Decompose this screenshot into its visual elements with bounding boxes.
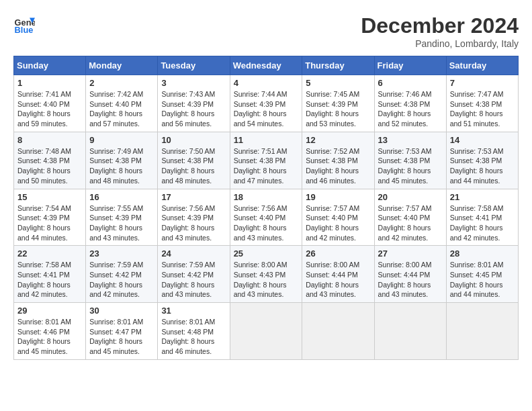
- calendar-cell: 25 Sunrise: 8:00 AM Sunset: 4:43 PM Dayl…: [230, 246, 302, 303]
- day-number: 10: [161, 135, 226, 145]
- svg-text:Blue: Blue: [15, 25, 34, 35]
- calendar-cell: 27 Sunrise: 8:00 AM Sunset: 4:44 PM Dayl…: [374, 246, 446, 303]
- day-number: 21: [450, 192, 515, 202]
- day-number: 18: [234, 192, 299, 202]
- calendar-cell: [302, 303, 374, 360]
- calendar-cell: 12 Sunrise: 7:52 AM Sunset: 4:38 PM Dayl…: [302, 132, 374, 189]
- month-title: December 2024: [361, 13, 519, 38]
- cell-info: Sunrise: 7:46 AM Sunset: 4:38 PM Dayligh…: [378, 89, 443, 129]
- day-number: 26: [306, 248, 370, 259]
- calendar-cell: 21 Sunrise: 7:58 AM Sunset: 4:41 PM Dayl…: [446, 189, 518, 246]
- calendar-table: Sunday Monday Tuesday Wednesday Thursday…: [13, 56, 519, 360]
- calendar-cell: 26 Sunrise: 8:00 AM Sunset: 4:44 PM Dayl…: [302, 246, 374, 303]
- cell-info: Sunrise: 7:58 AM Sunset: 4:41 PM Dayligh…: [450, 203, 515, 243]
- cell-info: Sunrise: 7:59 AM Sunset: 4:42 PM Dayligh…: [89, 260, 154, 300]
- calendar-cell: 6 Sunrise: 7:46 AM Sunset: 4:38 PM Dayli…: [374, 75, 446, 132]
- calendar-cell: 23 Sunrise: 7:59 AM Sunset: 4:42 PM Dayl…: [86, 246, 158, 303]
- day-number: 27: [378, 248, 443, 259]
- day-number: 30: [89, 306, 154, 316]
- day-number: 23: [89, 248, 154, 259]
- cell-info: Sunrise: 8:01 AM Sunset: 4:45 PM Dayligh…: [450, 260, 515, 300]
- logo-icon: General Blue: [13, 13, 35, 35]
- cell-info: Sunrise: 7:56 AM Sunset: 4:40 PM Dayligh…: [234, 203, 299, 243]
- calendar-cell: 3 Sunrise: 7:43 AM Sunset: 4:39 PM Dayli…: [158, 75, 230, 132]
- calendar-cell: 2 Sunrise: 7:42 AM Sunset: 4:40 PM Dayli…: [86, 75, 158, 132]
- day-number: 2: [89, 78, 154, 88]
- calendar-cell: 10 Sunrise: 7:50 AM Sunset: 4:38 PM Dayl…: [158, 132, 230, 189]
- day-number: 3: [161, 78, 226, 88]
- col-monday: Monday: [86, 56, 158, 75]
- cell-info: Sunrise: 7:53 AM Sunset: 4:38 PM Dayligh…: [378, 146, 443, 186]
- day-number: 19: [306, 192, 370, 202]
- cell-info: Sunrise: 7:43 AM Sunset: 4:39 PM Dayligh…: [161, 89, 226, 129]
- cell-info: Sunrise: 7:47 AM Sunset: 4:38 PM Dayligh…: [450, 89, 515, 129]
- calendar-cell: 28 Sunrise: 8:01 AM Sunset: 4:45 PM Dayl…: [446, 246, 518, 303]
- col-wednesday: Wednesday: [230, 56, 302, 75]
- day-number: 7: [450, 78, 515, 88]
- day-number: 16: [89, 192, 154, 202]
- day-number: 24: [161, 248, 226, 259]
- day-number: 1: [17, 78, 82, 88]
- calendar-cell: 13 Sunrise: 7:53 AM Sunset: 4:38 PM Dayl…: [374, 132, 446, 189]
- day-number: 5: [306, 78, 370, 88]
- calendar-week-2: 8 Sunrise: 7:48 AM Sunset: 4:38 PM Dayli…: [14, 132, 519, 189]
- calendar-cell: 29 Sunrise: 8:01 AM Sunset: 4:46 PM Dayl…: [14, 303, 86, 360]
- calendar-cell: 7 Sunrise: 7:47 AM Sunset: 4:38 PM Dayli…: [446, 75, 518, 132]
- cell-info: Sunrise: 7:54 AM Sunset: 4:39 PM Dayligh…: [17, 203, 82, 243]
- day-number: 31: [161, 306, 226, 316]
- calendar-cell: 22 Sunrise: 7:58 AM Sunset: 4:41 PM Dayl…: [14, 246, 86, 303]
- cell-info: Sunrise: 7:49 AM Sunset: 4:38 PM Dayligh…: [89, 146, 154, 186]
- calendar-week-1: 1 Sunrise: 7:41 AM Sunset: 4:40 PM Dayli…: [14, 75, 519, 132]
- cell-info: Sunrise: 8:00 AM Sunset: 4:44 PM Dayligh…: [306, 260, 370, 300]
- day-number: 17: [161, 192, 226, 202]
- day-number: 6: [378, 78, 443, 88]
- cell-info: Sunrise: 7:41 AM Sunset: 4:40 PM Dayligh…: [17, 89, 82, 129]
- cell-info: Sunrise: 8:01 AM Sunset: 4:46 PM Dayligh…: [17, 317, 82, 357]
- cell-info: Sunrise: 7:57 AM Sunset: 4:40 PM Dayligh…: [378, 203, 443, 243]
- calendar-week-3: 15 Sunrise: 7:54 AM Sunset: 4:39 PM Dayl…: [14, 189, 519, 246]
- day-number: 20: [378, 192, 443, 202]
- cell-info: Sunrise: 7:42 AM Sunset: 4:40 PM Dayligh…: [89, 89, 154, 129]
- cell-info: Sunrise: 7:58 AM Sunset: 4:41 PM Dayligh…: [17, 260, 82, 300]
- calendar-header-row: Sunday Monday Tuesday Wednesday Thursday…: [14, 56, 519, 75]
- day-number: 15: [17, 192, 82, 202]
- calendar-cell: 16 Sunrise: 7:55 AM Sunset: 4:39 PM Dayl…: [86, 189, 158, 246]
- calendar-cell: [446, 303, 518, 360]
- calendar-cell: 15 Sunrise: 7:54 AM Sunset: 4:39 PM Dayl…: [14, 189, 86, 246]
- day-number: 12: [306, 135, 370, 145]
- day-number: 28: [450, 248, 515, 259]
- col-thursday: Thursday: [302, 56, 374, 75]
- cell-info: Sunrise: 7:51 AM Sunset: 4:38 PM Dayligh…: [234, 146, 299, 186]
- cell-info: Sunrise: 7:56 AM Sunset: 4:39 PM Dayligh…: [161, 203, 226, 243]
- day-number: 9: [89, 135, 154, 145]
- day-number: 22: [17, 248, 82, 259]
- calendar-cell: 1 Sunrise: 7:41 AM Sunset: 4:40 PM Dayli…: [14, 75, 86, 132]
- cell-info: Sunrise: 7:55 AM Sunset: 4:39 PM Dayligh…: [89, 203, 154, 243]
- calendar-cell: [374, 303, 446, 360]
- calendar-week-5: 29 Sunrise: 8:01 AM Sunset: 4:46 PM Dayl…: [14, 303, 519, 360]
- calendar-cell: 31 Sunrise: 8:01 AM Sunset: 4:48 PM Dayl…: [158, 303, 230, 360]
- cell-info: Sunrise: 7:52 AM Sunset: 4:38 PM Dayligh…: [306, 146, 370, 186]
- calendar-cell: 24 Sunrise: 7:59 AM Sunset: 4:42 PM Dayl…: [158, 246, 230, 303]
- cell-info: Sunrise: 7:44 AM Sunset: 4:39 PM Dayligh…: [234, 89, 299, 129]
- col-friday: Friday: [374, 56, 446, 75]
- calendar-cell: 30 Sunrise: 8:01 AM Sunset: 4:47 PM Dayl…: [86, 303, 158, 360]
- day-number: 14: [450, 135, 515, 145]
- logo: General Blue: [13, 13, 35, 35]
- calendar-cell: 11 Sunrise: 7:51 AM Sunset: 4:38 PM Dayl…: [230, 132, 302, 189]
- day-number: 11: [234, 135, 299, 145]
- col-saturday: Saturday: [446, 56, 518, 75]
- cell-info: Sunrise: 7:53 AM Sunset: 4:38 PM Dayligh…: [450, 146, 515, 186]
- col-tuesday: Tuesday: [158, 56, 230, 75]
- cell-info: Sunrise: 7:59 AM Sunset: 4:42 PM Dayligh…: [161, 260, 226, 300]
- calendar-cell: 9 Sunrise: 7:49 AM Sunset: 4:38 PM Dayli…: [86, 132, 158, 189]
- calendar-cell: 5 Sunrise: 7:45 AM Sunset: 4:39 PM Dayli…: [302, 75, 374, 132]
- day-number: 8: [17, 135, 82, 145]
- calendar-cell: 18 Sunrise: 7:56 AM Sunset: 4:40 PM Dayl…: [230, 189, 302, 246]
- cell-info: Sunrise: 7:50 AM Sunset: 4:38 PM Dayligh…: [161, 146, 226, 186]
- calendar-cell: 14 Sunrise: 7:53 AM Sunset: 4:38 PM Dayl…: [446, 132, 518, 189]
- cell-info: Sunrise: 8:01 AM Sunset: 4:47 PM Dayligh…: [89, 317, 154, 357]
- cell-info: Sunrise: 7:57 AM Sunset: 4:40 PM Dayligh…: [306, 203, 370, 243]
- cell-info: Sunrise: 8:01 AM Sunset: 4:48 PM Dayligh…: [161, 317, 226, 357]
- location: Pandino, Lombardy, Italy: [361, 38, 519, 49]
